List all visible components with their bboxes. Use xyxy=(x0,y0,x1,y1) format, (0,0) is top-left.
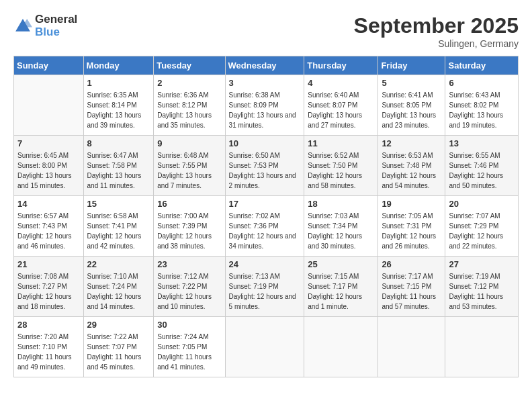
day-info: Sunrise: 7:19 AMSunset: 7:12 PMDaylight:… xyxy=(449,271,515,312)
day-info: Sunrise: 6:58 AMSunset: 7:41 PMDaylight:… xyxy=(87,211,150,251)
calendar-cell: 28Sunrise: 7:20 AMSunset: 7:10 PMDayligh… xyxy=(14,317,84,377)
logo-icon xyxy=(13,17,32,36)
calendar-cell: 3Sunrise: 6:38 AMSunset: 8:09 PMDaylight… xyxy=(225,75,304,136)
day-number: 21 xyxy=(17,259,80,269)
calendar-cell: 4Sunrise: 6:40 AMSunset: 8:07 PMDaylight… xyxy=(304,75,378,136)
day-number: 6 xyxy=(449,78,515,88)
day-info: Sunrise: 7:05 AMSunset: 7:31 PMDaylight:… xyxy=(382,211,441,251)
calendar-cell: 12Sunrise: 6:53 AMSunset: 7:48 PMDayligh… xyxy=(378,136,445,196)
day-info: Sunrise: 7:07 AMSunset: 7:29 PMDaylight:… xyxy=(449,211,515,251)
day-info: Sunrise: 6:50 AMSunset: 7:53 PMDaylight:… xyxy=(229,150,301,191)
day-info: Sunrise: 7:13 AMSunset: 7:19 PMDaylight:… xyxy=(229,271,301,312)
calendar-table: SundayMondayTuesdayWednesdayThursdayFrid… xyxy=(13,56,519,377)
day-info: Sunrise: 6:45 AMSunset: 8:00 PMDaylight:… xyxy=(17,150,80,191)
day-number: 19 xyxy=(382,199,441,209)
header-thursday: Thursday xyxy=(304,56,378,75)
logo-general: General xyxy=(35,13,77,26)
calendar-cell xyxy=(225,317,304,377)
calendar-cell: 19Sunrise: 7:05 AMSunset: 7:31 PMDayligh… xyxy=(378,196,445,257)
header-monday: Monday xyxy=(83,56,154,75)
calendar-cell: 20Sunrise: 7:07 AMSunset: 7:29 PMDayligh… xyxy=(445,196,519,257)
calendar-cell: 9Sunrise: 6:48 AMSunset: 7:55 PMDaylight… xyxy=(154,136,225,196)
day-number: 15 xyxy=(87,199,150,209)
calendar-cell: 15Sunrise: 6:58 AMSunset: 7:41 PMDayligh… xyxy=(83,196,154,257)
title-block: September 2025 Sulingen, Germany xyxy=(354,13,519,49)
calendar-cell: 8Sunrise: 6:47 AMSunset: 7:58 PMDaylight… xyxy=(83,136,154,196)
day-info: Sunrise: 7:02 AMSunset: 7:36 PMDaylight:… xyxy=(229,211,301,251)
calendar-cell: 7Sunrise: 6:45 AMSunset: 8:00 PMDaylight… xyxy=(14,136,84,196)
calendar-cell: 5Sunrise: 6:41 AMSunset: 8:05 PMDaylight… xyxy=(378,75,445,136)
day-info: Sunrise: 7:10 AMSunset: 7:24 PMDaylight:… xyxy=(87,271,150,312)
calendar-cell: 29Sunrise: 7:22 AMSunset: 7:07 PMDayligh… xyxy=(83,317,154,377)
week-row-2: 14Sunrise: 6:57 AMSunset: 7:43 PMDayligh… xyxy=(14,196,519,257)
day-number: 28 xyxy=(17,320,80,330)
header-saturday: Saturday xyxy=(445,56,519,75)
day-number: 23 xyxy=(157,259,221,269)
day-number: 4 xyxy=(308,78,374,88)
calendar-cell: 22Sunrise: 7:10 AMSunset: 7:24 PMDayligh… xyxy=(83,257,154,317)
day-info: Sunrise: 6:35 AMSunset: 8:14 PMDaylight:… xyxy=(87,90,150,130)
calendar-cell: 21Sunrise: 7:08 AMSunset: 7:27 PMDayligh… xyxy=(14,257,84,317)
day-info: Sunrise: 6:43 AMSunset: 8:02 PMDaylight:… xyxy=(449,90,515,130)
logo: General Blue xyxy=(13,13,77,38)
day-info: Sunrise: 7:20 AMSunset: 7:10 PMDaylight:… xyxy=(17,332,80,372)
calendar-cell: 26Sunrise: 7:17 AMSunset: 7:15 PMDayligh… xyxy=(378,257,445,317)
calendar-cell xyxy=(304,317,378,377)
day-info: Sunrise: 7:22 AMSunset: 7:07 PMDaylight:… xyxy=(87,332,150,372)
day-number: 12 xyxy=(382,138,441,148)
week-row-3: 21Sunrise: 7:08 AMSunset: 7:27 PMDayligh… xyxy=(14,257,519,317)
week-row-4: 28Sunrise: 7:20 AMSunset: 7:10 PMDayligh… xyxy=(14,317,519,377)
header-wednesday: Wednesday xyxy=(225,56,304,75)
day-info: Sunrise: 7:24 AMSunset: 7:05 PMDaylight:… xyxy=(157,332,221,372)
day-number: 10 xyxy=(229,138,301,148)
day-info: Sunrise: 6:52 AMSunset: 7:50 PMDaylight:… xyxy=(308,150,374,191)
calendar-cell: 23Sunrise: 7:12 AMSunset: 7:22 PMDayligh… xyxy=(154,257,225,317)
calendar-cell: 25Sunrise: 7:15 AMSunset: 7:17 PMDayligh… xyxy=(304,257,378,317)
day-info: Sunrise: 7:17 AMSunset: 7:15 PMDaylight:… xyxy=(382,271,441,312)
week-row-1: 7Sunrise: 6:45 AMSunset: 8:00 PMDaylight… xyxy=(14,136,519,196)
page-header: General Blue September 2025 Sulingen, Ge… xyxy=(13,13,519,49)
calendar-cell: 10Sunrise: 6:50 AMSunset: 7:53 PMDayligh… xyxy=(225,136,304,196)
day-info: Sunrise: 7:03 AMSunset: 7:34 PMDaylight:… xyxy=(308,211,374,251)
day-info: Sunrise: 6:47 AMSunset: 7:58 PMDaylight:… xyxy=(87,150,150,191)
day-number: 1 xyxy=(87,78,150,88)
header-row: SundayMondayTuesdayWednesdayThursdayFrid… xyxy=(14,56,519,75)
calendar-cell xyxy=(14,75,84,136)
day-number: 9 xyxy=(157,138,221,148)
calendar-cell: 1Sunrise: 6:35 AMSunset: 8:14 PMDaylight… xyxy=(83,75,154,136)
logo-text: General Blue xyxy=(35,13,77,38)
day-number: 27 xyxy=(449,259,515,269)
calendar-cell: 30Sunrise: 7:24 AMSunset: 7:05 PMDayligh… xyxy=(154,317,225,377)
calendar-cell xyxy=(378,317,445,377)
day-number: 2 xyxy=(157,78,221,88)
day-number: 7 xyxy=(17,138,80,148)
day-info: Sunrise: 7:00 AMSunset: 7:39 PMDaylight:… xyxy=(157,211,221,251)
day-info: Sunrise: 6:38 AMSunset: 8:09 PMDaylight:… xyxy=(229,90,301,130)
header-friday: Friday xyxy=(378,56,445,75)
calendar-cell: 27Sunrise: 7:19 AMSunset: 7:12 PMDayligh… xyxy=(445,257,519,317)
header-sunday: Sunday xyxy=(14,56,84,75)
day-info: Sunrise: 6:36 AMSunset: 8:12 PMDaylight:… xyxy=(157,90,221,130)
day-number: 26 xyxy=(382,259,441,269)
day-info: Sunrise: 6:40 AMSunset: 8:07 PMDaylight:… xyxy=(308,90,374,130)
calendar-cell: 2Sunrise: 6:36 AMSunset: 8:12 PMDaylight… xyxy=(154,75,225,136)
calendar-cell: 18Sunrise: 7:03 AMSunset: 7:34 PMDayligh… xyxy=(304,196,378,257)
day-number: 3 xyxy=(229,78,301,88)
day-number: 16 xyxy=(157,199,221,209)
day-info: Sunrise: 6:41 AMSunset: 8:05 PMDaylight:… xyxy=(382,90,441,130)
day-number: 8 xyxy=(87,138,150,148)
day-number: 25 xyxy=(308,259,374,269)
day-info: Sunrise: 6:55 AMSunset: 7:46 PMDaylight:… xyxy=(449,150,515,191)
calendar-cell: 17Sunrise: 7:02 AMSunset: 7:36 PMDayligh… xyxy=(225,196,304,257)
day-info: Sunrise: 7:15 AMSunset: 7:17 PMDaylight:… xyxy=(308,271,374,312)
calendar-cell xyxy=(445,317,519,377)
month-title: September 2025 xyxy=(354,13,519,38)
day-number: 24 xyxy=(229,259,301,269)
day-number: 20 xyxy=(449,199,515,209)
header-tuesday: Tuesday xyxy=(154,56,225,75)
calendar-cell: 16Sunrise: 7:00 AMSunset: 7:39 PMDayligh… xyxy=(154,196,225,257)
day-number: 18 xyxy=(308,199,374,209)
location-subtitle: Sulingen, Germany xyxy=(354,38,519,49)
day-number: 11 xyxy=(308,138,374,148)
day-info: Sunrise: 6:53 AMSunset: 7:48 PMDaylight:… xyxy=(382,150,441,191)
